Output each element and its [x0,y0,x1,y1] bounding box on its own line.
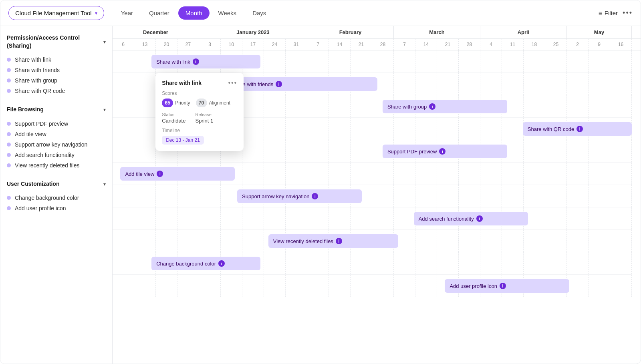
sidebar-item-arrow-nav[interactable]: Support arrow key navigation [7,139,106,150]
sidebar-item-bg-color[interactable]: Change background color [7,193,106,203]
gantt-bar-add-tile[interactable]: Add tile viewi [120,167,234,181]
week-header-cell: 21 [437,39,459,50]
sidebar-section-title-user-customization: User Customization [7,180,59,188]
gantt-bar-bg-color[interactable]: Change background colori [151,257,260,270]
tab-weeks[interactable]: Weeks [211,6,244,20]
app-container: Cloud File Management Tool ▾ Year Quarte… [0,0,641,364]
sidebar-item-tile-view[interactable]: Add tile view [7,129,106,139]
week-header-cell: 28 [459,39,480,50]
popup-status-field: Status Candidate [162,112,185,124]
filter-button[interactable]: ≡ Filter [599,10,618,16]
timeline-row-bg-color: Change background colori [113,252,632,275]
week-header-cell: 3 [199,39,221,50]
gantt-bar-label-deleted-files: View recently deleted files [273,238,333,244]
info-icon-share-group[interactable]: i [429,103,435,110]
timeline-area: DecemberJanuary 2023FebruaryMarchAprilMa… [113,26,641,364]
gantt-bar-deleted-files[interactable]: View recently deleted filesi [268,234,398,248]
gantt-bar-profile-icon[interactable]: Add user profile iconi [445,279,569,293]
gantt-bar-share-group[interactable]: Share with groupi [383,100,507,113]
info-icon-share-qr[interactable]: i [576,126,583,132]
tab-days[interactable]: Days [245,6,273,20]
info-icon-arrow-nav[interactable]: i [312,193,318,199]
month-header-cell: May [567,26,632,38]
dot-bg [7,196,11,200]
timeline-row-add-tile: Add tile viewi [113,163,632,185]
info-icon-share-link[interactable]: i [193,58,199,65]
week-header-cell: 6 [113,39,134,50]
sidebar-item-share-friends[interactable]: Share with friends [7,65,106,75]
gantt-bar-arrow-nav[interactable]: Support arrow key navigationi [237,189,362,203]
week-header-cell: 17 [242,39,264,50]
main: Permission/Access Control (Sharing) ▾ Sh… [0,26,641,364]
sidebar-item-profile-icon[interactable]: Add user profile icon [7,203,106,213]
week-header-cell: 4 [480,39,502,50]
sidebar-item-share-link[interactable]: Share with link [7,54,106,65]
tab-year[interactable]: Year [114,6,140,20]
sidebar-section-title-sharing: Permission/Access Control (Sharing) [7,34,103,50]
dot-tile [7,132,11,136]
sidebar-item-label-tile: Add tile view [15,131,46,137]
tab-month[interactable]: Month [178,6,210,20]
gantt-bar-share-link[interactable]: Share with linki [151,55,260,68]
popup-scores: 65 Priority 70 Alignment [162,99,237,107]
dot-pdf [7,122,11,126]
week-header-cell: 27 [177,39,199,50]
week-header-cell: 25 [545,39,567,50]
gantt-bar-search-func[interactable]: Add search functionalityi [414,212,528,225]
sidebar-item-label-deleted: View recently deleted files [15,162,80,169]
chevron-user-icon: ▾ [103,181,106,187]
info-icon-share-friends[interactable]: i [276,81,282,87]
month-header-cell: March [394,26,480,38]
info-icon-bg-color[interactable]: i [218,260,225,267]
popup-title: Share with link [162,80,202,86]
info-icon-profile-icon[interactable]: i [500,283,506,289]
sidebar-item-pdf-preview[interactable]: Support PDF preview [7,119,106,129]
gantt-bar-share-qr[interactable]: Share with QR codei [523,122,632,136]
gantt-bar-label-share-link: Share with link [156,59,190,65]
info-icon-search-func[interactable]: i [476,215,483,222]
popup-more-icon[interactable]: ••• [228,79,237,86]
gantt-bar-share-friends[interactable]: Share with friendsi [227,77,377,91]
info-icon-deleted-files[interactable]: i [336,238,342,244]
sidebar-item-label-bg: Change background color [15,195,79,201]
week-header-cell: 14 [329,39,351,50]
sidebar-item-share-group[interactable]: Share with group [7,75,106,86]
week-header-cell: 16 [610,39,632,50]
sidebar-item-deleted-files[interactable]: View recently deleted files [7,160,106,171]
dot-share-group [7,78,11,82]
week-header-cell: 10 [221,39,242,50]
priority-score-badge: 65 [162,99,173,107]
gantt-bar-pdf-preview[interactable]: Support PDF previewi [383,145,507,158]
week-header-cell: 7 [307,39,329,50]
dot-share-friends [7,68,11,72]
sidebar-item-search[interactable]: Add search functionality [7,150,106,160]
timeline-body: Share with linkiShare with friendsiShare… [113,50,641,364]
popup-release-field: Release Sprint 1 [195,112,213,124]
week-header-cell: 28 [372,39,394,50]
info-icon-pdf-preview[interactable]: i [439,148,445,155]
sidebar-item-label-share-link: Share with link [15,56,51,63]
sidebar-section-header-file-browsing[interactable]: File Browsing ▾ [7,106,106,114]
month-header-cell: January 2023 [199,26,307,38]
popup-release-value: Sprint 1 [195,118,213,124]
popup-header: Share with link ••• [162,79,237,86]
dot-deleted [7,163,11,167]
chevron-sharing-icon: ▾ [103,39,106,45]
popup-timeline-label: Timeline [162,128,237,133]
timeline-row-deleted-files: View recently deleted filesi [113,230,632,252]
header: Cloud File Management Tool ▾ Year Quarte… [0,0,641,26]
popup-meta: Status Candidate Release Sprint 1 [162,112,237,124]
timeline-row-profile-icon: Add user profile iconi [113,275,632,297]
sidebar-section-user-customization: User Customization ▾ Change background c… [7,180,106,214]
sidebar-section-title-file-browsing: File Browsing [7,106,44,114]
sidebar-section-header-user-customization[interactable]: User Customization ▾ [7,180,106,188]
week-header-cell: 7 [394,39,415,50]
popup-release-label: Release [195,112,213,117]
info-icon-add-tile[interactable]: i [157,171,163,177]
week-header-cell: 21 [351,39,372,50]
sidebar-item-share-qr[interactable]: Share with QR code [7,86,106,96]
more-icon[interactable]: ••• [623,9,633,17]
tab-quarter[interactable]: Quarter [142,6,177,20]
app-title-button[interactable]: Cloud File Management Tool ▾ [8,6,104,20]
sidebar-section-header-sharing[interactable]: Permission/Access Control (Sharing) ▾ [7,34,106,50]
